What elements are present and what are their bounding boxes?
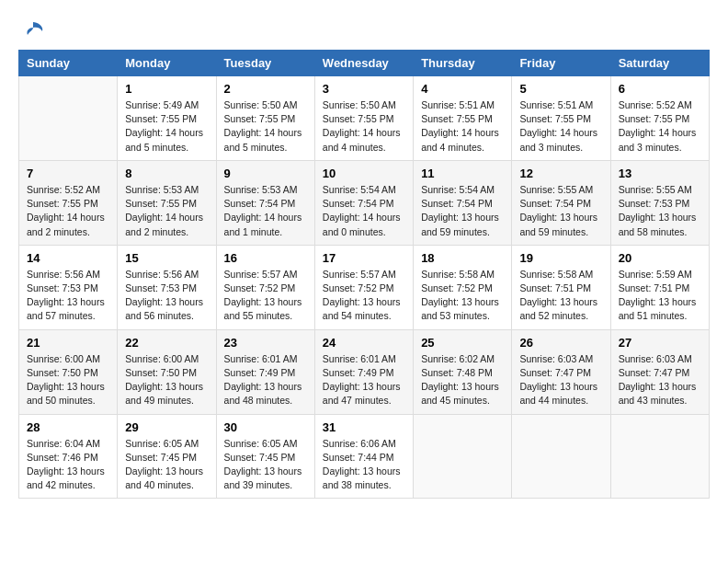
day-number: 27 xyxy=(619,336,701,350)
day-number: 4 xyxy=(421,82,504,96)
calendar-cell: 18Sunrise: 5:58 AM Sunset: 7:52 PM Dayli… xyxy=(414,245,512,329)
cell-content: Sunrise: 6:00 AM Sunset: 7:50 PM Dayligh… xyxy=(125,352,208,408)
calendar-cell: 17Sunrise: 5:57 AM Sunset: 7:52 PM Dayli… xyxy=(314,245,413,329)
cell-content: Sunrise: 5:52 AM Sunset: 7:55 PM Dayligh… xyxy=(27,183,109,239)
day-number: 9 xyxy=(224,167,307,180)
cell-content: Sunrise: 5:52 AM Sunset: 7:55 PM Dayligh… xyxy=(619,98,701,155)
cell-content: Sunrise: 5:58 AM Sunset: 7:52 PM Dayligh… xyxy=(421,268,504,324)
calendar-cell: 8Sunrise: 5:53 AM Sunset: 7:55 PM Daylig… xyxy=(118,160,216,245)
cell-content: Sunrise: 5:54 AM Sunset: 7:54 PM Dayligh… xyxy=(323,183,405,239)
day-number: 30 xyxy=(224,420,307,434)
calendar-cell: 23Sunrise: 6:01 AM Sunset: 7:49 PM Dayli… xyxy=(216,329,314,414)
day-number: 24 xyxy=(323,336,405,350)
cell-content: Sunrise: 6:03 AM Sunset: 7:47 PM Dayligh… xyxy=(619,352,701,408)
calendar-cell xyxy=(19,76,118,161)
cell-content: Sunrise: 5:55 AM Sunset: 7:54 PM Dayligh… xyxy=(519,183,602,239)
calendar-cell: 16Sunrise: 5:57 AM Sunset: 7:52 PM Dayli… xyxy=(216,245,314,329)
calendar-cell: 5Sunrise: 5:51 AM Sunset: 7:55 PM Daylig… xyxy=(512,76,610,161)
logo-bird-icon xyxy=(20,18,46,44)
weekday-header-wednesday: Wednesday xyxy=(314,51,413,76)
cell-content: Sunrise: 5:53 AM Sunset: 7:54 PM Dayligh… xyxy=(224,183,307,239)
weekday-header-friday: Friday xyxy=(512,51,610,76)
day-number: 16 xyxy=(224,251,307,265)
cell-content: Sunrise: 5:58 AM Sunset: 7:51 PM Dayligh… xyxy=(519,268,602,324)
calendar-cell: 4Sunrise: 5:51 AM Sunset: 7:55 PM Daylig… xyxy=(414,76,512,161)
cell-content: Sunrise: 5:57 AM Sunset: 7:52 PM Dayligh… xyxy=(323,268,405,324)
cell-content: Sunrise: 6:01 AM Sunset: 7:49 PM Dayligh… xyxy=(224,352,307,408)
calendar-cell: 11Sunrise: 5:54 AM Sunset: 7:54 PM Dayli… xyxy=(414,160,512,245)
calendar-cell: 15Sunrise: 5:56 AM Sunset: 7:53 PM Dayli… xyxy=(118,245,216,329)
weekday-header-thursday: Thursday xyxy=(414,51,512,76)
day-number: 29 xyxy=(125,420,208,434)
day-number: 20 xyxy=(619,251,701,265)
calendar-cell: 25Sunrise: 6:02 AM Sunset: 7:48 PM Dayli… xyxy=(414,329,512,414)
calendar-cell: 9Sunrise: 5:53 AM Sunset: 7:54 PM Daylig… xyxy=(216,160,314,245)
day-number: 13 xyxy=(619,167,701,180)
cell-content: Sunrise: 5:57 AM Sunset: 7:52 PM Dayligh… xyxy=(224,268,307,324)
cell-content: Sunrise: 6:05 AM Sunset: 7:45 PM Dayligh… xyxy=(224,437,307,493)
day-number: 22 xyxy=(125,336,208,350)
calendar-cell: 31Sunrise: 6:06 AM Sunset: 7:44 PM Dayli… xyxy=(314,414,413,499)
day-number: 21 xyxy=(27,336,109,350)
calendar-cell: 19Sunrise: 5:58 AM Sunset: 7:51 PM Dayli… xyxy=(512,245,610,329)
calendar-cell: 22Sunrise: 6:00 AM Sunset: 7:50 PM Dayli… xyxy=(118,329,216,414)
day-number: 12 xyxy=(519,167,602,180)
calendar-cell: 27Sunrise: 6:03 AM Sunset: 7:47 PM Dayli… xyxy=(610,329,709,414)
cell-content: Sunrise: 5:51 AM Sunset: 7:55 PM Dayligh… xyxy=(519,98,602,155)
weekday-header-tuesday: Tuesday xyxy=(216,51,314,76)
day-number: 31 xyxy=(323,420,405,434)
calendar-cell xyxy=(512,414,610,499)
weekday-header-monday: Monday xyxy=(118,51,216,76)
cell-content: Sunrise: 6:02 AM Sunset: 7:48 PM Dayligh… xyxy=(421,352,504,408)
day-number: 23 xyxy=(224,336,307,350)
cell-content: Sunrise: 5:49 AM Sunset: 7:55 PM Dayligh… xyxy=(125,98,208,155)
calendar-cell xyxy=(414,414,512,499)
cell-content: Sunrise: 5:56 AM Sunset: 7:53 PM Dayligh… xyxy=(27,268,109,324)
day-number: 19 xyxy=(519,251,602,265)
calendar-cell: 13Sunrise: 5:55 AM Sunset: 7:53 PM Dayli… xyxy=(610,160,709,245)
cell-content: Sunrise: 6:06 AM Sunset: 7:44 PM Dayligh… xyxy=(323,437,405,493)
day-number: 18 xyxy=(421,251,504,265)
cell-content: Sunrise: 5:55 AM Sunset: 7:53 PM Dayligh… xyxy=(619,183,701,239)
calendar-cell xyxy=(610,414,709,499)
day-number: 26 xyxy=(519,336,602,350)
day-number: 25 xyxy=(421,336,504,350)
calendar-cell: 14Sunrise: 5:56 AM Sunset: 7:53 PM Dayli… xyxy=(19,245,118,329)
day-number: 11 xyxy=(421,167,504,180)
calendar-cell: 30Sunrise: 6:05 AM Sunset: 7:45 PM Dayli… xyxy=(216,414,314,499)
day-number: 3 xyxy=(323,82,405,96)
calendar-cell: 3Sunrise: 5:50 AM Sunset: 7:55 PM Daylig… xyxy=(314,76,413,161)
day-number: 14 xyxy=(27,251,109,265)
day-number: 15 xyxy=(125,251,208,265)
day-number: 8 xyxy=(125,167,208,180)
calendar-cell: 21Sunrise: 6:00 AM Sunset: 7:50 PM Dayli… xyxy=(19,329,118,414)
weekday-header-sunday: Sunday xyxy=(19,51,118,76)
calendar-cell: 29Sunrise: 6:05 AM Sunset: 7:45 PM Dayli… xyxy=(118,414,216,499)
calendar-cell: 26Sunrise: 6:03 AM Sunset: 7:47 PM Dayli… xyxy=(512,329,610,414)
day-number: 7 xyxy=(27,167,109,180)
calendar-cell: 24Sunrise: 6:01 AM Sunset: 7:49 PM Dayli… xyxy=(314,329,413,414)
cell-content: Sunrise: 5:50 AM Sunset: 7:55 PM Dayligh… xyxy=(224,98,307,155)
cell-content: Sunrise: 5:51 AM Sunset: 7:55 PM Dayligh… xyxy=(421,98,504,155)
day-number: 5 xyxy=(519,82,602,96)
cell-content: Sunrise: 6:00 AM Sunset: 7:50 PM Dayligh… xyxy=(27,352,109,408)
calendar-table: SundayMondayTuesdayWednesdayThursdayFrid… xyxy=(18,50,710,499)
cell-content: Sunrise: 5:53 AM Sunset: 7:55 PM Dayligh… xyxy=(125,183,208,239)
calendar-cell: 10Sunrise: 5:54 AM Sunset: 7:54 PM Dayli… xyxy=(314,160,413,245)
day-number: 1 xyxy=(125,82,208,96)
cell-content: Sunrise: 5:59 AM Sunset: 7:51 PM Dayligh… xyxy=(619,268,701,324)
calendar-cell: 1Sunrise: 5:49 AM Sunset: 7:55 PM Daylig… xyxy=(118,76,216,161)
calendar-cell: 12Sunrise: 5:55 AM Sunset: 7:54 PM Dayli… xyxy=(512,160,610,245)
calendar-cell: 20Sunrise: 5:59 AM Sunset: 7:51 PM Dayli… xyxy=(610,245,709,329)
page-header xyxy=(18,18,710,40)
cell-content: Sunrise: 5:56 AM Sunset: 7:53 PM Dayligh… xyxy=(125,268,208,324)
calendar-cell: 7Sunrise: 5:52 AM Sunset: 7:55 PM Daylig… xyxy=(19,160,118,245)
day-number: 10 xyxy=(323,167,405,180)
day-number: 2 xyxy=(224,82,307,96)
cell-content: Sunrise: 5:54 AM Sunset: 7:54 PM Dayligh… xyxy=(421,183,504,239)
calendar-cell: 6Sunrise: 5:52 AM Sunset: 7:55 PM Daylig… xyxy=(610,76,709,161)
day-number: 17 xyxy=(323,251,405,265)
cell-content: Sunrise: 6:04 AM Sunset: 7:46 PM Dayligh… xyxy=(27,437,109,493)
day-number: 6 xyxy=(619,82,701,96)
cell-content: Sunrise: 6:05 AM Sunset: 7:45 PM Dayligh… xyxy=(125,437,208,493)
